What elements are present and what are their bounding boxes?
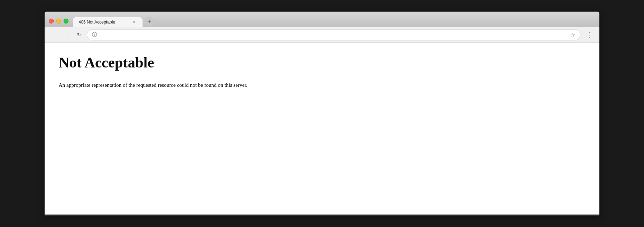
address-bar: ← → ↻ ⓘ ☆ ⋮ <box>45 27 599 43</box>
tab-close-button[interactable]: × <box>131 19 137 25</box>
maximize-button[interactable] <box>64 19 68 24</box>
refresh-button[interactable]: ↻ <box>74 30 84 40</box>
error-heading: Not Acceptable <box>59 54 585 71</box>
tab-title: 406 Not Acceptable <box>79 20 129 25</box>
forward-button[interactable]: → <box>61 30 71 40</box>
info-icon: ⓘ <box>92 32 97 38</box>
bookmark-icon[interactable]: ☆ <box>570 32 575 38</box>
page-content: Not Acceptable An appropriate representa… <box>45 43 599 214</box>
minimize-button[interactable] <box>56 19 61 24</box>
browser-menu-button[interactable]: ⋮ <box>583 30 595 40</box>
back-button[interactable]: ← <box>49 30 59 40</box>
close-button[interactable] <box>49 19 54 24</box>
url-bar[interactable]: ⓘ ☆ <box>87 29 580 40</box>
title-bar: 406 Not Acceptable × + <box>45 12 599 27</box>
error-description: An appropriate representation of the req… <box>59 81 585 89</box>
new-tab-button[interactable]: + <box>144 17 154 26</box>
browser-bottom-bar <box>45 214 599 215</box>
active-tab[interactable]: 406 Not Acceptable × <box>73 17 143 27</box>
browser-window: 406 Not Acceptable × + ← → ↻ ⓘ ☆ ⋮ Not A… <box>45 12 599 215</box>
